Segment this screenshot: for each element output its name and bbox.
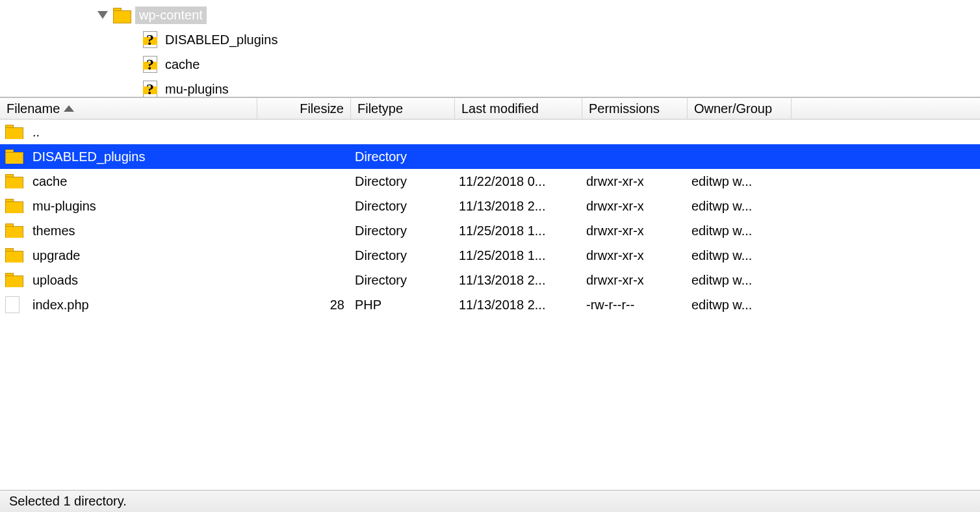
owner-cell: editwp w... [688,174,792,189]
folder-icon [5,174,19,188]
tree-item-label: cache [165,57,200,72]
column-label: Last modified [461,101,539,116]
permissions-cell: drwxr-xr-x [582,199,688,214]
table-row[interactable]: upgradeDirectory11/25/2018 1...drwxr-xr-… [0,243,980,268]
folder-icon-cell [0,224,29,238]
column-label: Filetype [357,101,403,116]
file-list[interactable]: ..DISABLED_pluginsDirectorycacheDirector… [0,120,980,490]
filetype-cell: Directory [351,149,455,164]
column-header-filename[interactable]: Filename [0,98,257,119]
filename-cell: DISABLED_plugins [29,149,257,164]
folder-icon [113,8,130,22]
owner-cell: editwp w... [688,273,792,288]
tree-item-root[interactable]: wp-content [0,3,980,27]
lastmodified-cell: 11/25/2018 1... [455,248,582,263]
folder-icon-cell [0,199,29,213]
column-label: Filesize [300,101,344,116]
column-header-filesize[interactable]: Filesize [257,98,351,119]
question-file-icon: ? [142,31,159,48]
filename-cell: index.php [29,298,257,313]
column-label: Owner/Group [694,101,772,116]
column-header-lastmodified[interactable]: Last modified [455,98,582,119]
filename-cell: mu-plugins [29,199,257,214]
owner-cell: editwp w... [688,298,792,313]
lastmodified-cell: 11/13/2018 2... [455,298,582,313]
tree-item-label: DISABLED_plugins [165,32,277,47]
owner-cell: editwp w... [688,224,792,238]
chevron-down-icon[interactable] [97,11,108,19]
status-text: Selected 1 directory. [9,494,127,509]
filename-cell: cache [29,174,257,189]
filename-cell: themes [29,224,257,238]
folder-icon [5,125,19,139]
table-row[interactable]: uploadsDirectory11/13/2018 2...drwxr-xr-… [0,268,980,292]
filesize-cell: 28 [257,298,351,313]
filetype-cell: Directory [351,273,455,288]
filename-cell: .. [29,125,257,140]
filename-cell: uploads [29,273,257,288]
permissions-cell: -rw-r--r-- [582,298,688,313]
tree-item[interactable]: ? DISABLED_plugins [0,27,980,52]
folder-icon-cell [0,149,29,164]
tree-item-label: mu-plugins [165,82,229,97]
sort-ascending-icon [64,105,74,112]
question-file-icon: ? [142,56,159,73]
permissions-cell: drwxr-xr-x [582,248,688,263]
tree-item[interactable]: ? cache [0,52,980,77]
filetype-cell: PHP [351,298,455,313]
lastmodified-cell: 11/22/2018 0... [455,174,582,189]
column-label: Filename [6,101,60,116]
file-table-header: Filename Filesize Filetype Last modified… [0,97,980,120]
filetype-cell: Directory [351,224,455,238]
folder-icon [5,224,19,238]
lastmodified-cell: 11/13/2018 2... [455,199,582,214]
status-bar: Selected 1 directory. [0,490,980,512]
tree-item-label: wp-content [135,6,207,24]
lastmodified-cell: 11/13/2018 2... [455,273,582,288]
table-row[interactable]: DISABLED_pluginsDirectory [0,144,980,169]
owner-cell: editwp w... [688,248,792,263]
lastmodified-cell: 11/25/2018 1... [455,224,582,238]
folder-icon [5,273,19,287]
folder-icon [5,248,19,262]
folder-icon-cell [0,125,29,139]
tree-item[interactable]: ? mu-plugins [0,77,980,97]
ftp-client-window: wp-content ? DISABLED_plugins ? cache ? … [0,0,980,512]
permissions-cell: drwxr-xr-x [582,174,688,189]
folder-icon [5,199,19,213]
table-row[interactable]: index.php28PHP11/13/2018 2...-rw-r--r--e… [0,292,980,317]
folder-icon-cell [0,248,29,262]
permissions-cell: drwxr-xr-x [582,224,688,238]
question-file-icon: ? [142,81,159,97]
table-row[interactable]: .. [0,120,980,144]
filetype-cell: Directory [351,174,455,189]
column-header-owner[interactable]: Owner/Group [688,98,792,119]
filetype-cell: Directory [351,248,455,263]
table-row[interactable]: mu-pluginsDirectory11/13/2018 2...drwxr-… [0,194,980,218]
column-header-permissions[interactable]: Permissions [582,98,688,119]
column-label: Permissions [589,101,660,116]
filename-cell: upgrade [29,248,257,263]
file-icon [5,296,19,313]
folder-icon [5,149,19,164]
file-icon-cell [0,296,29,313]
filetype-cell: Directory [351,199,455,214]
table-row[interactable]: cacheDirectory11/22/2018 0...drwxr-xr-xe… [0,169,980,194]
directory-tree-panel: wp-content ? DISABLED_plugins ? cache ? … [0,0,980,97]
folder-icon-cell [0,273,29,287]
permissions-cell: drwxr-xr-x [582,273,688,288]
folder-icon-cell [0,174,29,188]
owner-cell: editwp w... [688,199,792,214]
table-row[interactable]: themesDirectory11/25/2018 1...drwxr-xr-x… [0,218,980,243]
column-header-filetype[interactable]: Filetype [351,98,455,119]
